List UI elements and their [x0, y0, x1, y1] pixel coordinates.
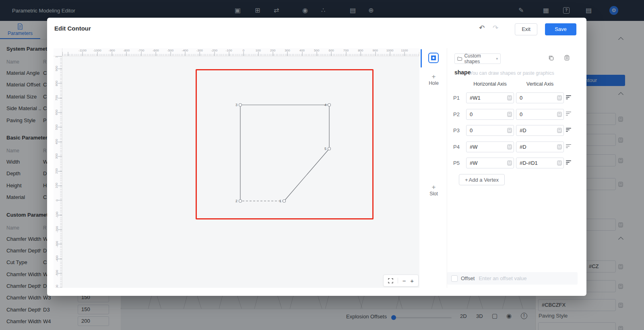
folder-icon	[457, 56, 462, 61]
ruler-label: 200	[270, 49, 275, 52]
ruler-label: -100	[54, 211, 60, 218]
formula-icon[interactable]	[557, 128, 562, 133]
drawing-area[interactable]: 12345 − +	[62, 56, 419, 288]
filter-icon[interactable]	[566, 144, 572, 150]
custom-shapes-dropdown[interactable]: Custom shapes ▾	[454, 53, 501, 64]
modal-title: Edit Contour	[54, 25, 91, 32]
vertical-value-input-field	[516, 158, 564, 168]
ruler-label: -500	[167, 49, 173, 52]
ruler-label: 600	[328, 49, 334, 52]
vertical-value-input-field	[516, 125, 564, 136]
formula-icon[interactable]	[507, 95, 512, 100]
exit-button[interactable]: Exit	[515, 23, 537, 35]
formula-icon[interactable]	[557, 144, 562, 150]
vertex-row: P2	[447, 106, 578, 123]
contour-shape[interactable]: 12345	[62, 56, 419, 288]
contour-vertex[interactable]	[283, 200, 286, 203]
formula-icon[interactable]	[557, 160, 562, 166]
filter-icon[interactable]	[566, 160, 572, 166]
offset-bar: Offset	[447, 272, 578, 285]
shape-tool-icon[interactable]	[428, 53, 439, 63]
ruler-label: -1100	[78, 49, 87, 52]
horizontal-ruler: -1100-1000-900-800-700-600-500-400-300-2…	[62, 48, 419, 56]
contour-vertex[interactable]	[239, 104, 242, 107]
contour-edge[interactable]	[284, 149, 329, 201]
add-hole-button[interactable]: + Hole	[421, 73, 447, 86]
horizontal-value-input-field	[466, 125, 514, 136]
offset-input[interactable]	[478, 275, 574, 282]
filter-icon[interactable]	[566, 128, 572, 133]
copy-icon[interactable]	[548, 55, 554, 63]
vertex-number: 5	[324, 147, 326, 151]
ruler-label: 900	[373, 49, 378, 52]
formula-icon[interactable]	[507, 144, 512, 150]
horizontal-value-input-field	[466, 92, 514, 103]
vertex-label: P3	[453, 127, 460, 133]
undo-icon[interactable]: ↶	[479, 25, 485, 31]
ruler-label: 1000	[54, 56, 60, 57]
ruler-label: 300	[54, 153, 60, 160]
plus-icon: +	[421, 184, 447, 191]
vertex-label: P1	[453, 95, 460, 101]
add-vertex-button[interactable]: + Add a Vertex	[459, 174, 505, 185]
ruler-label: -900	[109, 49, 115, 52]
formula-icon[interactable]	[507, 160, 512, 166]
save-button[interactable]: Save	[545, 23, 576, 35]
ruler-label: 900	[54, 66, 60, 72]
ruler-corner	[54, 48, 62, 56]
vertical-value-input-field	[516, 92, 564, 103]
divider	[398, 278, 398, 283]
horizontal-value-input-field	[466, 158, 514, 168]
ruler-label: 0	[243, 49, 244, 52]
ruler-label: -1000	[93, 49, 101, 52]
ruler-label: -300	[196, 49, 203, 52]
ruler-label: 500	[54, 124, 60, 130]
contour-vertex[interactable]	[328, 104, 331, 107]
app: Parametric Modeling Editor ▣⊞⇄◉∴▤⊕✎▦?▤⚙ …	[0, 0, 644, 330]
formula-icon[interactable]	[507, 128, 512, 133]
ruler-label: 1100	[401, 49, 408, 52]
zoom-out-button[interactable]: −	[402, 278, 406, 284]
formula-icon[interactable]	[507, 112, 512, 117]
contour-canvas: -1100-1000-900-800-700-600-500-400-300-2…	[54, 48, 419, 288]
vertex-label: P5	[453, 160, 460, 166]
fit-screen-icon[interactable]	[388, 278, 393, 283]
slot-label: Slot	[429, 191, 438, 197]
add-slot-button[interactable]: + Slot	[421, 184, 447, 197]
ruler-label: 400	[54, 139, 60, 145]
offset-checkbox[interactable]	[451, 275, 458, 282]
ruler-label: -200	[54, 226, 60, 233]
contour-vertex[interactable]	[328, 148, 331, 150]
shape-properties-panel: Custom shapes ▾ shape You can draw shape…	[447, 48, 577, 288]
ruler-label: -300	[54, 241, 60, 247]
formula-icon[interactable]	[557, 95, 562, 100]
zoom-in-button[interactable]: +	[410, 278, 414, 284]
ruler-label: 500	[314, 49, 319, 52]
vertex-label: P2	[453, 111, 460, 117]
vertex-number: 4	[324, 103, 326, 107]
vertex-label: P4	[453, 144, 460, 150]
filter-icon[interactable]	[566, 95, 572, 101]
shape-section-hint: You can draw shapes or paste graphics	[470, 70, 554, 76]
ruler-label: -100	[226, 49, 232, 52]
vertical-value-input-field	[516, 141, 564, 152]
offset-label: Offset	[461, 275, 475, 281]
redo-icon[interactable]: ↷	[493, 25, 498, 31]
ruler-label: 600	[54, 109, 60, 116]
ruler-label: -600	[54, 285, 60, 288]
vertex-row: P3	[447, 122, 578, 139]
ruler-label: 0	[54, 197, 60, 203]
ruler-label: 1000	[386, 49, 394, 52]
contour-vertex[interactable]	[239, 200, 242, 203]
vertical-axis-header: Vertical Axis	[516, 81, 564, 87]
ruler-label: -800	[123, 49, 130, 52]
plus-icon: +	[465, 177, 468, 183]
active-tool-indicator	[421, 49, 422, 68]
paste-icon[interactable]	[564, 55, 570, 62]
ruler-label: -200	[211, 49, 217, 52]
formula-icon[interactable]	[557, 112, 562, 117]
filter-icon[interactable]	[566, 112, 572, 117]
ruler-label: 100	[256, 49, 261, 52]
vertex-rows: P1P2P3P4P5	[447, 90, 578, 171]
vertical-value-input-field	[516, 109, 564, 120]
